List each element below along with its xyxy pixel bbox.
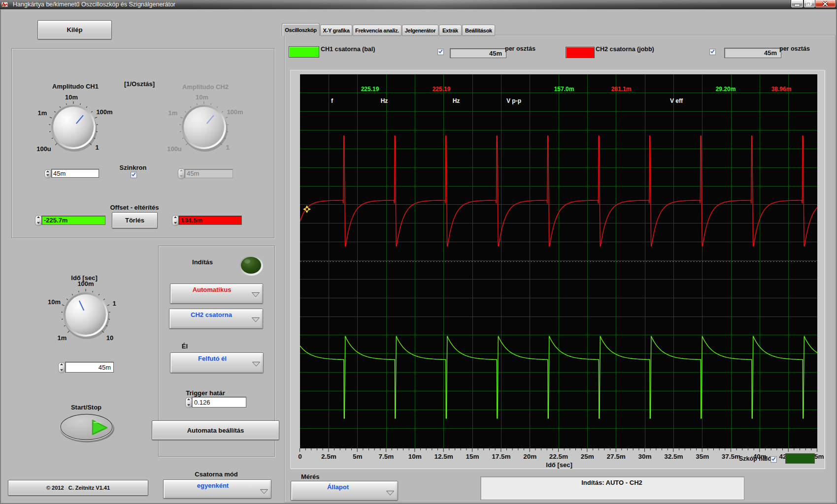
svg-text:225.19: 225.19 [433, 86, 451, 93]
svg-text:29.20m: 29.20m [716, 86, 736, 93]
svg-text:157.0m: 157.0m [554, 86, 574, 93]
svg-text:Hz: Hz [453, 97, 460, 104]
svg-text:38.96m: 38.96m [771, 86, 792, 93]
svg-text:281.1m: 281.1m [611, 86, 632, 93]
svg-text:V eff: V eff [670, 97, 683, 104]
svg-text:V p-p: V p-p [506, 97, 521, 104]
svg-text:225.19: 225.19 [361, 86, 379, 93]
svg-text:Hz: Hz [381, 97, 388, 104]
